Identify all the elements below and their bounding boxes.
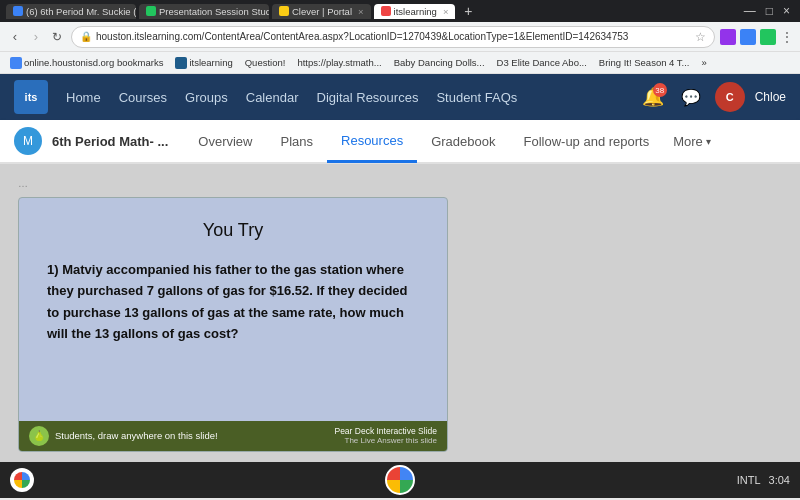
tab-followup[interactable]: Follow-up and reports: [509, 120, 663, 162]
locale-indicator: INTL: [737, 474, 761, 486]
close-icon[interactable]: ×: [443, 6, 449, 17]
slide-container: You Try 1) Matviy accompanied his father…: [18, 197, 448, 452]
tab-strip: (6) 6th Period Mr. Suckie (M... × Presen…: [6, 2, 478, 20]
chat-button[interactable]: 💬: [677, 83, 705, 111]
minimize-button[interactable]: —: [744, 4, 756, 18]
extension-icon[interactable]: [760, 29, 776, 45]
bookmark-item[interactable]: itslearning: [171, 56, 236, 70]
bookmark-item[interactable]: https://play.stmath...: [293, 56, 385, 69]
bookmark-more-label: »: [702, 57, 707, 68]
notification-badge: 38: [653, 83, 667, 97]
tab-label: Presentation Session Student: [159, 6, 269, 17]
tab-favicon: [146, 6, 156, 16]
chevron-down-icon: ▾: [706, 136, 711, 147]
clock: 3:04: [769, 474, 790, 486]
problem-number: 1): [47, 262, 59, 277]
tab-more-button[interactable]: More ▾: [663, 120, 721, 162]
user-name: Chloe: [755, 90, 786, 104]
nav-home[interactable]: Home: [66, 90, 101, 105]
lock-icon: 🔒: [80, 31, 92, 42]
notifications-bell[interactable]: 🔔 38: [639, 83, 667, 111]
bookmark-label: itslearning: [189, 57, 232, 68]
itslearning-navbar: its Home Courses Groups Calendar Digital…: [0, 74, 800, 120]
browser-tab-active[interactable]: itslearning ×: [374, 4, 456, 19]
taskbar-center: [385, 465, 415, 495]
bookmark-label: https://play.stmath...: [297, 57, 381, 68]
bookmark-star-icon[interactable]: ☆: [695, 30, 706, 44]
window-controls: — □ ×: [744, 4, 794, 18]
problem-text: Matviy accompanied his father to the gas…: [47, 262, 408, 341]
bookmark-item[interactable]: Baby Dancing Dolls...: [390, 56, 489, 69]
url-text: houston.itslearning.com/ContentArea/Cont…: [96, 31, 628, 42]
nav-calendar[interactable]: Calendar: [246, 90, 299, 105]
address-bar: ‹ › ↻ 🔒 houston.itslearning.com/ContentA…: [0, 22, 800, 52]
bookmark-item[interactable]: online.houstonisd.org bookmarks: [6, 56, 167, 70]
browser-title-bar: (6) 6th Period Mr. Suckie (M... × Presen…: [0, 0, 800, 22]
tab-gradebook[interactable]: Gradebook: [417, 120, 509, 162]
launcher-icon: [14, 472, 30, 488]
bookmark-item[interactable]: Bring It! Season 4 T...: [595, 56, 694, 69]
chromeos-taskbar: INTL 3:04: [0, 462, 800, 498]
bookmarks-more-button[interactable]: »: [698, 56, 711, 69]
launcher-button[interactable]: [10, 468, 34, 492]
tab-favicon: [279, 6, 289, 16]
tab-resources-active[interactable]: Resources: [327, 121, 417, 163]
tab-plans[interactable]: Plans: [266, 120, 327, 162]
course-navbar: M 6th Period Math- ... Overview Plans Re…: [0, 120, 800, 164]
reload-button[interactable]: ↻: [48, 28, 66, 46]
chrome-icon[interactable]: [385, 465, 415, 495]
bookmark-item[interactable]: Question!: [241, 56, 290, 69]
more-label: More: [673, 134, 703, 149]
bookmark-favicon: [10, 57, 22, 69]
itslearning-logo[interactable]: its: [14, 80, 48, 114]
footer-sub: Pear Deck Interactive Slide: [334, 426, 437, 436]
nav-digital-resources[interactable]: Digital Resources: [317, 90, 419, 105]
new-tab-button[interactable]: +: [458, 2, 478, 20]
slide-footer: 🍐 Students, draw anywhere on this slide!…: [19, 421, 447, 451]
tab-favicon: [381, 6, 391, 16]
url-bar[interactable]: 🔒 houston.itslearning.com/ContentArea/Co…: [71, 26, 715, 48]
course-tabs: Overview Plans Resources Gradebook Follo…: [184, 120, 721, 162]
bookmark-label: Baby Dancing Dolls...: [394, 57, 485, 68]
bookmark-label: online.houstonisd.org bookmarks: [24, 57, 163, 68]
bookmark-item[interactable]: D3 Elite Dance Abo...: [493, 56, 591, 69]
tab-favicon: [13, 6, 23, 16]
close-icon[interactable]: ×: [358, 6, 364, 17]
main-content: … You Try 1) Matviy accompanied his fath…: [0, 164, 800, 462]
bookmark-label: D3 Elite Dance Abo...: [497, 57, 587, 68]
footer-sub2: The Live Answer this slide: [334, 436, 437, 445]
slide-body-area: You Try 1) Matviy accompanied his father…: [19, 198, 447, 361]
back-button[interactable]: ‹: [6, 28, 24, 46]
nav-buttons: ‹ › ↻: [6, 28, 66, 46]
tab-overview[interactable]: Overview: [184, 120, 266, 162]
browser-tab[interactable]: Clever | Portal ×: [272, 4, 371, 19]
nav-groups[interactable]: Groups: [185, 90, 228, 105]
extensions-menu-icon[interactable]: ⋮: [780, 30, 794, 44]
footer-text: Students, draw anywhere on this slide!: [55, 430, 218, 441]
tab-label: itslearning: [394, 6, 437, 17]
course-title: 6th Period Math- ...: [52, 134, 168, 149]
scroll-hint: …: [18, 178, 782, 189]
close-window-button[interactable]: ×: [783, 4, 790, 18]
extension-icons: ⋮: [720, 29, 794, 45]
slide-problem: 1) Matviy accompanied his father to the …: [47, 259, 419, 345]
slide-title: You Try: [47, 220, 419, 241]
maximize-button[interactable]: □: [766, 4, 773, 18]
extension-icon[interactable]: [720, 29, 736, 45]
forward-button[interactable]: ›: [27, 28, 45, 46]
avatar[interactable]: C: [715, 82, 745, 112]
browser-tab[interactable]: Presentation Session Student ×: [139, 4, 269, 19]
bookmarks-bar: online.houstonisd.org bookmarks itslearn…: [0, 52, 800, 74]
tab-label: (6) 6th Period Mr. Suckie (M...: [26, 6, 136, 17]
slide-footer-left: 🍐 Students, draw anywhere on this slide!: [29, 426, 218, 446]
nav-student-faqs[interactable]: Student FAQs: [436, 90, 517, 105]
nav-courses[interactable]: Courses: [119, 90, 167, 105]
drawing-area[interactable]: [19, 361, 447, 421]
browser-tab[interactable]: (6) 6th Period Mr. Suckie (M... ×: [6, 4, 136, 19]
pear-icon: 🍐: [29, 426, 49, 446]
course-icon: M: [14, 127, 42, 155]
bookmark-label: Bring It! Season 4 T...: [599, 57, 690, 68]
extension-icon[interactable]: [740, 29, 756, 45]
taskbar-left: [10, 468, 34, 492]
bookmark-label: Question!: [245, 57, 286, 68]
